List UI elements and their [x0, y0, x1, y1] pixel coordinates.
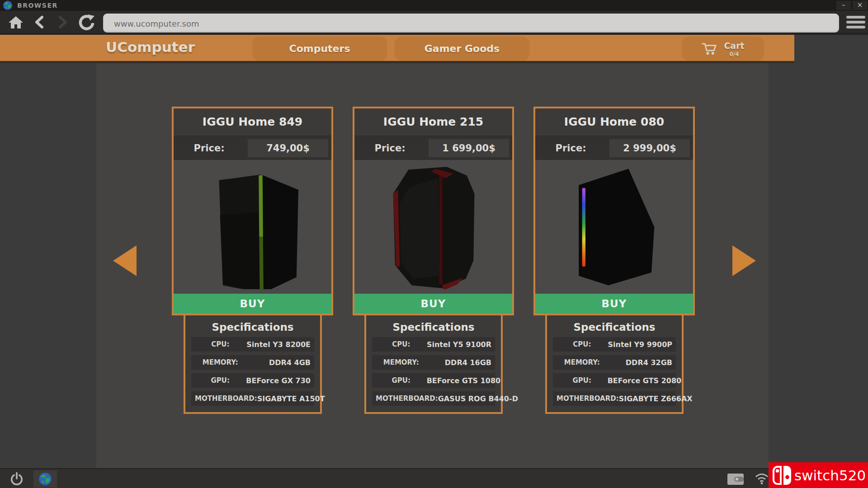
spec-value: GASUS ROG B440-D [438, 394, 518, 403]
spec-label: MOTHERBOARD: [557, 394, 619, 403]
price-row: Price: 749,00$ [174, 136, 331, 160]
spec-row: MOTHERBOARD: SIGABYTE A150T [191, 391, 314, 406]
wifi-icon[interactable] [754, 472, 769, 487]
wallet-icon[interactable] [727, 473, 744, 487]
cart-label: Cart [724, 41, 744, 51]
window-titlebar: BROWSER – × [0, 0, 868, 11]
price-label: Price: [354, 136, 425, 160]
back-button[interactable] [33, 15, 46, 31]
spec-label: CPU: [195, 340, 246, 348]
watermark-text: switch520 [794, 467, 866, 483]
price-row: Price: 1 699,00$ [354, 136, 512, 160]
switch-logo-icon [772, 465, 792, 485]
spec-value: Sintel Y3 8200E [246, 340, 311, 349]
home-icon [8, 15, 24, 29]
spec-value: DDR4 16GB [427, 358, 491, 367]
spec-label: CPU: [376, 340, 427, 348]
buy-button[interactable]: BUY [174, 294, 331, 314]
spec-row: CPU: Sintel Y9 9900P [553, 337, 676, 352]
specs-panel: Specifications CPU: Sintel Y5 9100R MEMO… [364, 314, 503, 414]
buy-button[interactable]: BUY [535, 294, 693, 314]
product-title: IGGU Home 215 [354, 108, 512, 136]
spec-row: GPU: BEForce GTS 2080 [553, 373, 676, 388]
carousel-next-button[interactable] [732, 245, 756, 276]
spec-row: GPU: BEForce GTS 1080 [372, 373, 495, 388]
spec-row: CPU: Sintel Y5 9100R [372, 337, 495, 352]
spec-row: MEMORY: DDR4 16GB [372, 355, 495, 370]
product-image [535, 160, 693, 294]
menu-button[interactable] [846, 16, 865, 29]
specs-title: Specifications [185, 315, 320, 337]
game-screen: BROWSER – × ☆ [0, 0, 868, 488]
close-button[interactable]: × [853, 1, 867, 10]
hamburger-icon [846, 16, 865, 19]
product-title: IGGU Home 849 [174, 108, 331, 136]
power-button[interactable] [10, 472, 24, 488]
navbar-shadow [0, 61, 794, 63]
minimize-button[interactable]: – [836, 1, 851, 10]
power-icon [10, 472, 24, 486]
spec-label: CPU: [557, 340, 608, 348]
forward-button[interactable] [56, 15, 70, 31]
spec-value: Sintel Y5 9100R [427, 340, 491, 349]
spec-row: CPU: Sintel Y3 8200E [191, 337, 314, 352]
spec-label: MOTHERBOARD: [195, 394, 257, 403]
spec-row: MOTHERBOARD: GASUS ROG B440-D [372, 391, 495, 406]
spec-value: SIGABYTE Z666AX [619, 394, 693, 403]
product-image [174, 160, 331, 294]
window-title: BROWSER [17, 0, 58, 11]
buy-button[interactable]: BUY [354, 294, 512, 314]
cart-button[interactable]: Cart 0/4 [682, 37, 764, 61]
url-input[interactable] [113, 14, 811, 33]
product-card: IGGU Home 080 Price: 2 999,00$ [533, 107, 695, 315]
product-card: IGGU Home 215 Price: 1 699,00$ BUY [353, 107, 514, 315]
watermark: switch520 [769, 462, 868, 488]
pc-case-red-trim [385, 165, 482, 289]
price-label: Price: [174, 136, 245, 160]
back-arrow-icon [33, 15, 46, 29]
home-button[interactable] [8, 15, 24, 31]
price-value: 1 699,00$ [429, 139, 509, 157]
spec-value: SIGABYTE A150T [257, 394, 325, 403]
browser-app-button[interactable] [33, 470, 57, 488]
site-navbar: UComputer Computers Gamer Goods Cart 0/4 [0, 35, 794, 61]
pc-case-green-led [204, 165, 301, 289]
carousel-prev-button[interactable] [113, 245, 137, 276]
browser-toolbar: ☆ [0, 11, 868, 35]
price-label: Price: [535, 136, 606, 160]
forward-arrow-icon [56, 15, 70, 29]
spec-row: MEMORY: DDR4 32GB [553, 355, 676, 370]
taskbar [0, 468, 868, 488]
spec-value: BEForce GTS 2080 [608, 376, 682, 385]
cart-icon [701, 42, 717, 56]
spec-row: MEMORY: DDR4 4GB [191, 355, 314, 370]
tab-computers[interactable]: Computers [252, 37, 387, 61]
spec-value: Sintel Y9 9900P [608, 340, 672, 349]
spec-label: MEMORY: [195, 358, 246, 366]
spec-value: BEForce GX 730 [246, 376, 311, 385]
spec-value: BEForce GTS 1080 [427, 376, 501, 385]
spec-label: GPU: [376, 376, 427, 385]
refresh-icon [78, 14, 95, 31]
price-row: Price: 2 999,00$ [535, 136, 693, 160]
spec-label: MEMORY: [376, 358, 427, 366]
site-logo[interactable]: UComputer [106, 39, 195, 55]
url-bar: ☆ [103, 14, 839, 33]
product-image [354, 160, 512, 294]
specs-panel: Specifications CPU: Sintel Y9 9900P MEMO… [545, 314, 684, 414]
product-card: IGGU Home 849 Price: 749,00$ BUY [172, 107, 333, 315]
pc-case-rgb-led [566, 165, 663, 289]
price-value: 2 999,00$ [609, 139, 690, 157]
price-value: 749,00$ [248, 139, 328, 157]
specs-panel: Specifications CPU: Sintel Y3 8200E MEMO… [184, 314, 322, 414]
product-title: IGGU Home 080 [535, 108, 693, 136]
spec-label: MEMORY: [557, 358, 608, 366]
spec-row: MOTHERBOARD: SIGABYTE Z666AX [553, 391, 676, 406]
spec-label: GPU: [557, 376, 608, 385]
spec-label: GPU: [195, 376, 246, 385]
specs-title: Specifications [547, 315, 682, 337]
tab-gamer-goods[interactable]: Gamer Goods [395, 37, 529, 61]
spec-value: DDR4 4GB [246, 358, 311, 367]
spec-value: DDR4 32GB [608, 358, 672, 367]
refresh-button[interactable] [78, 14, 95, 33]
